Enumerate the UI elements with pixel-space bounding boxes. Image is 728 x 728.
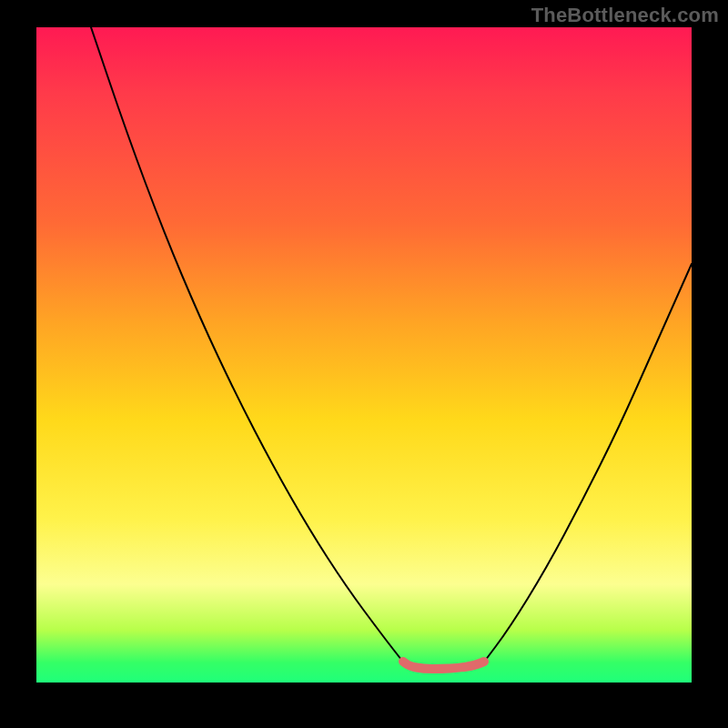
curve-layer (36, 27, 692, 682)
watermark-text: TheBottleneck.com (531, 4, 719, 27)
right-curve (482, 264, 692, 664)
trough-highlight (403, 662, 484, 669)
left-curve (91, 27, 405, 664)
plot-area (36, 27, 692, 682)
chart-frame: TheBottleneck.com (0, 0, 728, 728)
